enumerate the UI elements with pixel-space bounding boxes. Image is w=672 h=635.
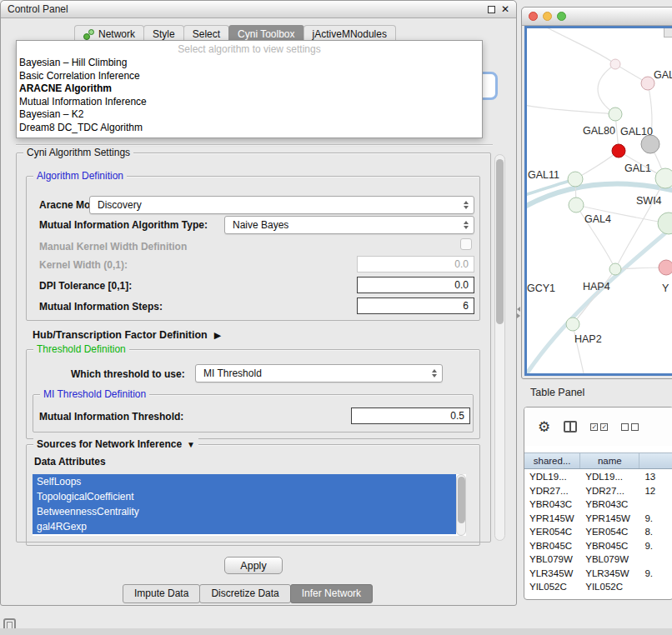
select-all-icon[interactable]: ✓ ✓: [590, 423, 608, 431]
table-body: YDL19...YDL19...13YDR27...YDR27...12YBR0…: [524, 470, 672, 599]
table-cell[interactable]: YDL19...: [580, 472, 639, 482]
network-node[interactable]: [569, 198, 584, 212]
attributes-scrollbar-thumb[interactable]: [458, 477, 465, 523]
table-cell[interactable]: YER054C: [580, 527, 639, 537]
gear-icon[interactable]: ⚙: [538, 420, 550, 434]
table-cell[interactable]: 13: [639, 472, 672, 482]
network-node[interactable]: [641, 135, 659, 153]
table-cell[interactable]: YBR045C: [524, 541, 580, 551]
which-threshold-select[interactable]: MI Threshold: [195, 364, 443, 382]
attributes-scrollbar[interactable]: [456, 474, 466, 536]
network-node[interactable]: [655, 168, 672, 188]
aracne-mode-select[interactable]: Discovery: [89, 196, 474, 214]
table-cell[interactable]: YIL052C: [580, 582, 639, 592]
mi-type-select[interactable]: Naive Bayes: [224, 216, 474, 234]
table-cell[interactable]: YDR27...: [524, 486, 580, 496]
network-node[interactable]: [610, 59, 620, 69]
collapsed-arrow-icon[interactable]: ▶: [214, 330, 221, 341]
network-node[interactable]: [658, 212, 672, 234]
zoom-traffic-icon[interactable]: [557, 12, 566, 21]
table-cell[interactable]: YBR043C: [580, 499, 639, 509]
network-window-titlebar[interactable]: [522, 8, 672, 26]
table-row[interactable]: YPR145WYPR145W9.: [524, 512, 672, 526]
table-cell[interactable]: YPR145W: [580, 513, 639, 523]
algorithm-option[interactable]: Basic Correlation Inference: [17, 70, 482, 83]
hub-definition-toggle[interactable]: Hub/Transcription Factor Definition ▶: [33, 329, 221, 341]
attribute-list-item[interactable]: TopologicalCoefficient: [33, 489, 456, 504]
bottom-tab-infer-network[interactable]: Infer Network: [290, 584, 373, 603]
network-node[interactable]: [659, 260, 672, 275]
float-icon[interactable]: [488, 6, 495, 13]
manual-kernel-checkbox[interactable]: [460, 238, 472, 250]
minimize-traffic-icon[interactable]: [543, 12, 552, 21]
table-row[interactable]: YLR345WYLR345W9.: [524, 567, 672, 581]
combo-arrows-icon: [432, 369, 437, 378]
dpi-tolerance-input[interactable]: 0.0: [357, 277, 474, 293]
network-graph[interactable]: GAL80GAL10GAL11GAL1SWI4GAL4GCY1HAP4HAP2G…: [527, 28, 672, 376]
table-cell[interactable]: 9.: [639, 568, 672, 578]
columns-icon[interactable]: [564, 421, 577, 432]
bottom-tab-discretize-data[interactable]: Discretize Data: [199, 584, 290, 603]
algorithm-option[interactable]: ARACNE Algorithm: [17, 82, 482, 96]
algorithm-option[interactable]: Mutual Information Inference: [17, 96, 482, 109]
table-cell[interactable]: 9.: [639, 541, 672, 551]
table-cell[interactable]: 9.: [639, 513, 672, 523]
mi-threshold-input[interactable]: 0.5: [351, 408, 470, 424]
settings-scrollbar-thumb[interactable]: [496, 159, 504, 324]
network-node[interactable]: [641, 77, 654, 90]
table-cell[interactable]: YER054C: [524, 527, 580, 537]
attribute-list-item[interactable]: gal4RGexp: [33, 519, 456, 534]
algorithm-option[interactable]: Bayesian – K2: [17, 108, 482, 122]
table-column-header[interactable]: [639, 453, 672, 468]
table-cell[interactable]: YBL079W: [524, 554, 580, 564]
combo-arrows-icon: [464, 201, 469, 209]
network-node[interactable]: [609, 263, 621, 275]
attribute-list-item[interactable]: BetweennessCentrality: [33, 504, 456, 519]
algorithm-option[interactable]: Dream8 DC_TDC Algorithm: [17, 122, 482, 135]
table-row[interactable]: YIL052CYIL052C: [524, 580, 672, 594]
network-canvas[interactable]: GAL80GAL10GAL11GAL1SWI4GAL4GCY1HAP4HAP2G…: [524, 26, 672, 376]
table-header[interactable]: shared...name: [524, 452, 672, 469]
table-cell[interactable]: YDR27...: [580, 486, 639, 496]
table-row[interactable]: YBR045CYBR045C9.: [524, 539, 672, 553]
kernel-width-input[interactable]: 0.0: [357, 256, 474, 272]
network-node-label: GCY1: [527, 282, 555, 294]
bottom-band: [0, 628, 672, 635]
table-column-header[interactable]: shared...: [524, 453, 580, 468]
network-node-label: GAL4: [584, 213, 611, 225]
table-cell[interactable]: 12: [639, 486, 672, 496]
table-cell[interactable]: YBL079W: [580, 554, 639, 564]
table-row[interactable]: YDR27...YDR27...12: [524, 484, 672, 498]
close-icon[interactable]: ✕: [501, 4, 509, 14]
table-cell[interactable]: YPR145W: [524, 513, 580, 523]
network-node[interactable]: [568, 172, 583, 187]
network-node[interactable]: [612, 144, 625, 158]
table-row[interactable]: YER054CYER054C8.: [524, 525, 672, 539]
algorithm-option[interactable]: Bayesian – Hill Climbing: [17, 57, 482, 70]
deselect-all-icon[interactable]: [621, 423, 639, 431]
network-node[interactable]: [609, 108, 622, 121]
network-node[interactable]: [566, 318, 579, 331]
control-panel-titlebar[interactable]: Control Panel ✕: [1, 1, 516, 18]
network-node-label: GAL11: [528, 169, 559, 181]
table-cell[interactable]: 8.: [639, 527, 672, 537]
close-traffic-icon[interactable]: [529, 12, 538, 21]
settings-scrollbar[interactable]: [494, 154, 505, 541]
table-cell[interactable]: YBR045C: [580, 541, 639, 551]
bottom-tab-impute-data[interactable]: Impute Data: [123, 584, 200, 603]
table-row[interactable]: YBL079WYBL079W: [524, 552, 672, 567]
table-cell[interactable]: YBR043C: [524, 499, 580, 509]
table-row[interactable]: YBR043CYBR043C: [524, 498, 672, 512]
network-node-label: Y: [662, 282, 669, 294]
table-column-header[interactable]: name: [580, 453, 639, 468]
expanded-arrow-icon[interactable]: ▼: [187, 440, 195, 449]
apply-button[interactable]: Apply: [224, 557, 283, 574]
table-cell[interactable]: YLR345W: [524, 568, 580, 578]
mi-steps-input[interactable]: 6: [357, 298, 474, 314]
sources-toggle[interactable]: Sources for Network Inference ▼: [33, 438, 198, 450]
attribute-list-item[interactable]: SelfLoops: [33, 474, 456, 489]
table-cell[interactable]: YLR345W: [580, 568, 639, 578]
table-cell[interactable]: YIL052C: [524, 582, 580, 592]
table-cell[interactable]: YDL19...: [524, 472, 580, 482]
table-row[interactable]: YDL19...YDL19...13: [524, 470, 672, 484]
